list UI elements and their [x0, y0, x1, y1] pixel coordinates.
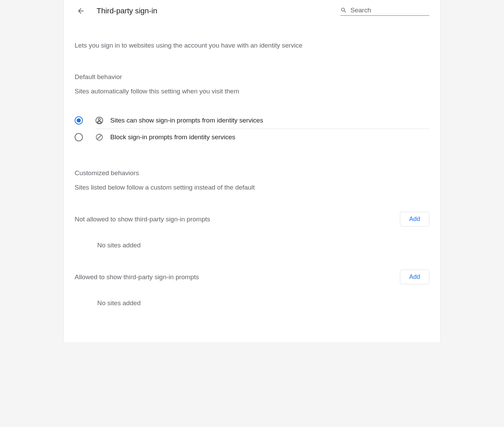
back-button[interactable] [75, 5, 87, 17]
not-allowed-empty: No sites added [97, 242, 429, 249]
search-icon [340, 7, 347, 14]
radio-option-block[interactable]: Block sign-in prompts from identity serv… [75, 129, 429, 145]
allowed-label: Allowed to show third-party sign-in prom… [75, 273, 199, 281]
header-row: Third-party sign-in [75, 0, 429, 17]
account-circle-icon [95, 116, 103, 125]
add-allowed-button[interactable]: Add [400, 270, 429, 284]
search-input[interactable] [351, 7, 430, 14]
svg-line-3 [97, 135, 101, 139]
default-behavior-subtext: Sites automatically follow this setting … [75, 88, 429, 95]
settings-page: Third-party sign-in Lets you sign in to … [64, 0, 440, 342]
radio-label-allow: Sites can show sign-in prompts from iden… [110, 117, 263, 124]
block-icon [95, 133, 103, 141]
not-allowed-row: Not allowed to show third-party sign-in … [75, 212, 429, 227]
radio-button-allow[interactable] [75, 116, 83, 125]
custom-behavior-subtext: Sites listed below follow a custom setti… [75, 184, 429, 191]
custom-behavior-heading: Customized behaviors [75, 169, 429, 177]
radio-group: Sites can show sign-in prompts from iden… [75, 112, 429, 145]
allowed-row: Allowed to show third-party sign-in prom… [75, 270, 429, 284]
radio-dot [77, 118, 81, 122]
radio-content-allow: Sites can show sign-in prompts from iden… [95, 116, 429, 125]
radio-option-allow[interactable]: Sites can show sign-in prompts from iden… [75, 112, 429, 129]
allowed-empty: No sites added [97, 299, 429, 307]
arrow-back-icon [77, 7, 85, 15]
default-behavior-heading: Default behavior [75, 73, 429, 81]
page-title: Third-party sign-in [97, 7, 157, 15]
page-description: Lets you sign in to websites using the a… [75, 42, 429, 49]
not-allowed-label: Not allowed to show third-party sign-in … [75, 216, 210, 223]
radio-content-block: Block sign-in prompts from identity serv… [95, 133, 429, 141]
radio-label-block: Block sign-in prompts from identity serv… [110, 133, 235, 141]
search-wrap[interactable] [340, 7, 429, 16]
add-not-allowed-button[interactable]: Add [400, 212, 429, 227]
radio-button-block[interactable] [75, 133, 83, 141]
